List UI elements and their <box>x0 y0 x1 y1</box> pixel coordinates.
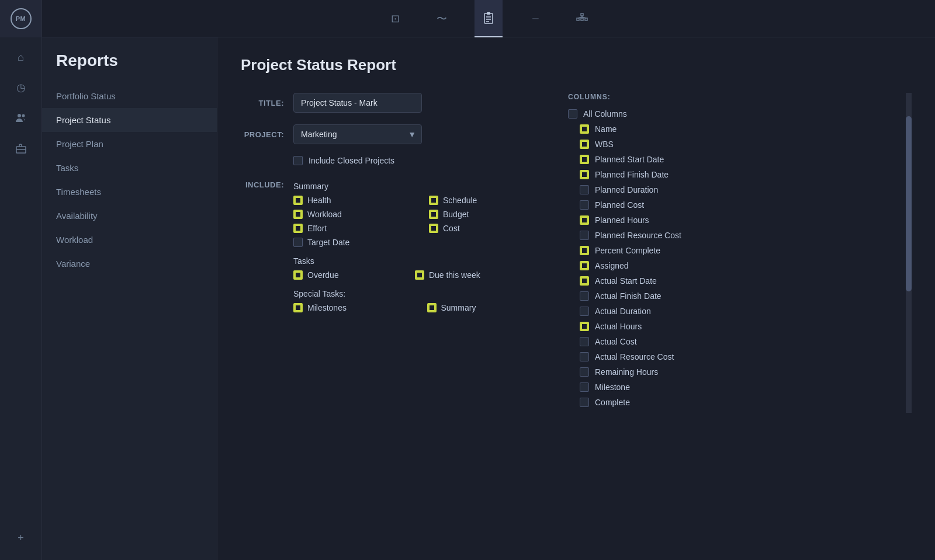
content-area: Project Status Report TITLE: PROJECT: Ma… <box>217 37 935 560</box>
hierarchy-icon[interactable] <box>568 0 596 37</box>
health-label: Health <box>307 196 331 205</box>
columns-section: COLUMNS: All Columns Name WBS <box>568 93 882 407</box>
planned-start-checkbox[interactable] <box>580 155 589 164</box>
form-right: COLUMNS: All Columns Name WBS <box>568 93 882 413</box>
svg-rect-8 <box>585 18 587 20</box>
left-sidebar: ⌂ ◷ + <box>0 37 42 560</box>
col-planned-finish: Planned Finish Date <box>580 170 882 179</box>
planned-duration-checkbox[interactable] <box>580 185 589 194</box>
include-milestones: Milestones <box>293 303 415 312</box>
cost-label: Cost <box>443 224 460 233</box>
milestones-label: Milestones <box>307 303 347 312</box>
assigned-label: Assigned <box>595 261 629 270</box>
milestone-label: Milestone <box>595 382 630 392</box>
page-title: Project Status Report <box>241 56 912 74</box>
col-actual-resource-cost: Actual Resource Cost <box>580 352 882 361</box>
wbs-checkbox[interactable] <box>580 140 589 149</box>
sidebar-home[interactable]: ⌂ <box>8 44 34 70</box>
project-row: PROJECT: Marketing Development Design Op… <box>241 124 545 144</box>
svg-rect-6 <box>577 18 579 20</box>
col-milestone: Milestone <box>580 382 882 392</box>
summary-group-title: Summary <box>293 182 545 191</box>
actual-start-checkbox[interactable] <box>580 276 589 286</box>
target-date-label: Target Date <box>307 238 349 247</box>
sidebar-people[interactable] <box>8 105 34 131</box>
health-checkbox[interactable] <box>293 196 303 205</box>
col-actual-start: Actual Start Date <box>580 276 882 286</box>
include-due-this-week: Due this week <box>415 270 545 280</box>
nav-project-status[interactable]: Project Status <box>42 108 217 132</box>
actual-hours-checkbox[interactable] <box>580 322 589 331</box>
sidebar-add[interactable]: + <box>8 525 34 551</box>
actual-duration-label: Actual Duration <box>595 307 651 316</box>
remaining-hours-checkbox[interactable] <box>580 367 589 377</box>
tasks-grid: Overdue Due this week <box>293 270 545 280</box>
title-label: TITLE: <box>241 99 293 107</box>
complete-checkbox[interactable] <box>580 398 589 407</box>
schedule-label: Schedule <box>443 196 477 205</box>
planned-resource-cost-checkbox[interactable] <box>580 231 589 240</box>
project-select-wrapper: Marketing Development Design Operations … <box>293 124 422 144</box>
workload-checkbox[interactable] <box>293 210 303 219</box>
due-this-week-label: Due this week <box>429 270 480 280</box>
remaining-hours-label: Remaining Hours <box>595 367 658 377</box>
planned-hours-checkbox[interactable] <box>580 215 589 225</box>
reports-nav-title: Reports <box>42 51 217 84</box>
actual-duration-checkbox[interactable] <box>580 307 589 316</box>
due-this-week-checkbox[interactable] <box>415 270 424 280</box>
actual-resource-cost-checkbox[interactable] <box>580 352 589 361</box>
nav-variance[interactable]: Variance <box>42 252 217 276</box>
percent-complete-label: Percent Complete <box>595 246 660 255</box>
include-overdue: Overdue <box>293 270 403 280</box>
scrollbar[interactable] <box>906 93 912 413</box>
overdue-checkbox[interactable] <box>293 270 303 280</box>
include-target-date: Target Date <box>293 238 417 247</box>
milestones-checkbox[interactable] <box>293 303 303 312</box>
sidebar-briefcase[interactable] <box>8 135 34 161</box>
col-actual-finish: Actual Finish Date <box>580 291 882 301</box>
effort-checkbox[interactable] <box>293 224 303 233</box>
special-tasks-group-title: Special Tasks: <box>293 289 545 298</box>
project-select[interactable]: Marketing Development Design Operations <box>293 124 422 144</box>
sidebar-clock[interactable]: ◷ <box>8 75 34 100</box>
include-content: Summary Health Schedule <box>293 179 545 322</box>
cost-checkbox[interactable] <box>429 224 438 233</box>
assigned-checkbox[interactable] <box>580 261 589 270</box>
percent-complete-checkbox[interactable] <box>580 246 589 255</box>
link-icon[interactable]: ⏤ <box>521 0 549 37</box>
col-planned-duration: Planned Duration <box>580 185 882 194</box>
nav-timesheets[interactable]: Timesheets <box>42 180 217 204</box>
all-columns-checkbox[interactable] <box>568 109 577 119</box>
col-remaining-hours: Remaining Hours <box>580 367 882 377</box>
nav-availability[interactable]: Availability <box>42 204 217 228</box>
include-budget: Budget <box>429 210 545 219</box>
form-left: TITLE: PROJECT: Marketing Development De… <box>241 93 545 413</box>
name-checkbox[interactable] <box>580 124 589 134</box>
planned-finish-checkbox[interactable] <box>580 170 589 179</box>
scroll-thumb[interactable] <box>906 116 912 291</box>
clipboard-icon[interactable] <box>475 0 503 37</box>
nav-project-plan[interactable]: Project Plan <box>42 132 217 156</box>
milestone-checkbox[interactable] <box>580 382 589 392</box>
actual-cost-label: Actual Cost <box>595 337 637 346</box>
actual-cost-checkbox[interactable] <box>580 337 589 346</box>
schedule-checkbox[interactable] <box>429 196 438 205</box>
actual-finish-checkbox[interactable] <box>580 291 589 301</box>
budget-checkbox[interactable] <box>429 210 438 219</box>
wbs-label: WBS <box>595 140 614 149</box>
nav-workload[interactable]: Workload <box>42 228 217 252</box>
title-input[interactable] <box>293 93 422 113</box>
include-closed-checkbox[interactable] <box>293 156 303 165</box>
include-label: INCLUDE: <box>241 179 293 322</box>
planned-finish-label: Planned Finish Date <box>595 170 669 179</box>
budget-label: Budget <box>443 210 469 219</box>
include-workload: Workload <box>293 210 417 219</box>
scan-icon[interactable]: ⊡ <box>381 0 409 37</box>
nav-tasks[interactable]: Tasks <box>42 156 217 180</box>
target-date-checkbox[interactable] <box>293 238 303 247</box>
wave-icon[interactable]: 〜 <box>428 0 456 37</box>
actual-finish-label: Actual Finish Date <box>595 291 662 301</box>
nav-portfolio-status[interactable]: Portfolio Status <box>42 84 217 108</box>
planned-cost-checkbox[interactable] <box>580 200 589 210</box>
summary-checkbox[interactable] <box>427 303 437 312</box>
